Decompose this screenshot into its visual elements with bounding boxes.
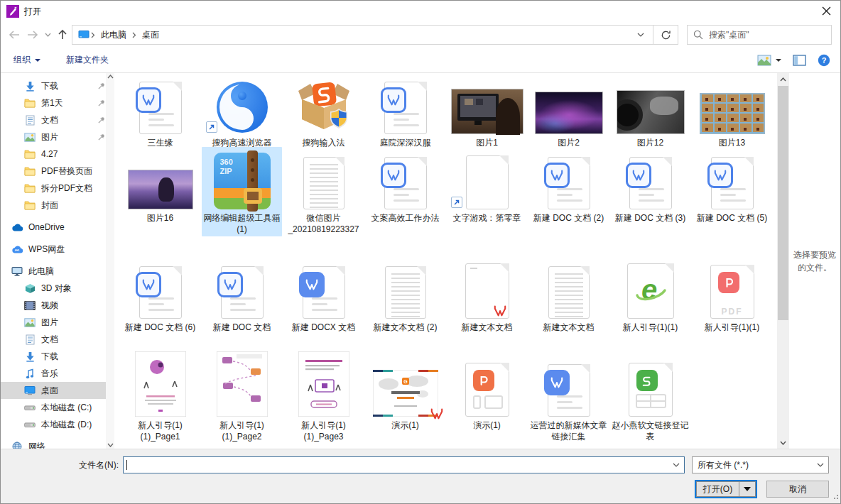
file-item[interactable]: 搜狗输入法	[283, 76, 364, 150]
sidebar-item[interactable]: 视频	[1, 297, 114, 314]
sidebar-item[interactable]: 下载	[1, 77, 114, 94]
file-item[interactable]: 新建 DOC 文档 (6)	[120, 255, 200, 334]
file-item[interactable]: 360ZIP网络编辑超级工具箱(1)	[202, 147, 282, 236]
sidebar-item[interactable]: 文档	[1, 111, 114, 128]
file-icon	[367, 256, 444, 319]
file-item[interactable]: 新建 DOCX 文档	[283, 255, 364, 334]
sidebar-item[interactable]: 拆分PDF文档	[1, 180, 114, 197]
folder-icon	[23, 200, 36, 210]
sidebar-item[interactable]: 音乐	[1, 365, 114, 382]
sidebar-item[interactable]: WPS网盘	[1, 241, 114, 258]
search-input[interactable]	[709, 30, 825, 40]
photo-sunset-icon	[128, 170, 193, 209]
filename-input[interactable]	[124, 457, 668, 473]
file-icon	[121, 353, 199, 417]
filetype-combobox[interactable]: 所有文件 (*.*)	[692, 456, 829, 473]
resize-grip[interactable]	[832, 492, 839, 502]
search-box[interactable]	[687, 25, 832, 45]
file-icon	[203, 256, 281, 319]
new-folder-button[interactable]: 新建文件夹	[66, 54, 109, 66]
sidebar-item[interactable]: 第1天	[1, 94, 114, 111]
file-item[interactable]: 新建 DOC 文档 (5)	[692, 147, 772, 225]
file-icon	[121, 148, 199, 209]
breadcrumb[interactable]: 此电脑 桌面	[72, 25, 653, 45]
file-icon	[203, 77, 281, 134]
help-button[interactable]: ?	[818, 54, 830, 67]
scrollbar-thumb[interactable]	[778, 86, 788, 320]
forward-icon[interactable]	[23, 26, 42, 44]
file-item[interactable]: 新建 DOC 文档 (2)	[528, 147, 609, 225]
recent-locations-chevron-icon[interactable]	[42, 26, 53, 44]
sidebar-item[interactable]: 本地磁盘 (C:)	[1, 399, 114, 416]
file-item[interactable]: 新人引导(1)(1)_Page2	[202, 351, 282, 444]
sidebar-item[interactable]: 网络	[1, 438, 114, 449]
sidebar-item[interactable]: 图片	[1, 314, 114, 331]
sidebar-item[interactable]: PDF替换页面	[1, 163, 114, 180]
refresh-icon[interactable]	[653, 25, 678, 45]
file-item[interactable]: 新人引导(1)(1)_Page1	[120, 351, 200, 444]
sidebar-item[interactable]: 文档	[1, 331, 114, 348]
file-item[interactable]: 图片1	[447, 76, 527, 150]
back-icon[interactable]	[5, 26, 23, 44]
open-file-dialog: 打开 此电脑 桌面	[0, 0, 841, 504]
sidebar-item[interactable]: 下载	[1, 348, 114, 365]
file-item[interactable]: 新建 DOC 文档	[202, 255, 282, 334]
file-item[interactable]: 演示(1)	[447, 351, 527, 432]
file-item[interactable]: 赵小燕软文链接登记表	[610, 351, 690, 444]
file-item[interactable]: 图片16	[120, 147, 200, 225]
sidebar-item-label: 本地磁盘 (C:)	[41, 402, 92, 414]
sidebar-item-label: 网络	[28, 441, 45, 449]
sidebar-scrollbar[interactable]	[106, 73, 114, 449]
file-item[interactable]: 三生缘	[120, 76, 200, 150]
breadcrumb-desktop[interactable]: 桌面	[138, 29, 163, 41]
file-item[interactable]: 新建文本文档	[447, 255, 527, 334]
file-item[interactable]: 庭院深深汉服	[365, 76, 445, 150]
sidebar-item[interactable]: 3D 对象	[1, 280, 114, 297]
thumbnails-view-icon	[757, 55, 771, 66]
change-view-button[interactable]	[757, 55, 781, 66]
open-options-arrow[interactable]	[739, 481, 756, 497]
file-icon	[612, 148, 689, 209]
address-dropdown-chevron-icon[interactable]	[631, 26, 650, 44]
file-item[interactable]: 运营过的新媒体文章链接汇集	[528, 351, 609, 444]
breadcrumb-this-pc[interactable]: 此电脑	[97, 29, 131, 41]
file-item[interactable]: 图片13	[692, 76, 772, 150]
sidebar-item[interactable]: 本地磁盘 (D:)	[1, 416, 114, 433]
sidebar-item[interactable]: 桌面	[1, 382, 114, 399]
file-item[interactable]: 搜狗高速浏览器	[202, 76, 282, 150]
file-item[interactable]: 文字游戏：第零章	[447, 147, 527, 225]
svg-text:?: ?	[822, 56, 827, 65]
organize-button[interactable]: 组织	[13, 54, 40, 66]
sidebar-item[interactable]: 图片	[1, 128, 114, 146]
file-item[interactable]: PDF新人引导(1)(1)	[692, 255, 772, 334]
file-item[interactable]: G演示(1)	[365, 351, 445, 432]
file-item[interactable]: 微信图片_20210819223327	[283, 147, 364, 236]
file-icon	[448, 353, 526, 417]
file-item[interactable]: 新人引导(1)(1)_Page3	[283, 351, 364, 444]
cancel-button[interactable]: 取消	[766, 481, 829, 498]
filename-dropdown-chevron-icon[interactable]	[668, 457, 684, 473]
file-item[interactable]: 图片2	[528, 76, 609, 150]
open-split-button[interactable]: 打开(O)	[695, 480, 757, 498]
sidebar-item[interactable]: 封面	[1, 197, 114, 214]
file-item[interactable]: 图片12	[610, 76, 690, 150]
up-icon[interactable]	[53, 26, 72, 44]
file-name: 微信图片_20210819223327	[286, 212, 362, 235]
sidebar-item[interactable]: 4.27	[1, 146, 114, 163]
close-icon[interactable]	[816, 2, 836, 19]
file-item[interactable]: 新建文本文档 (2)	[365, 255, 445, 334]
open-button[interactable]: 打开(O)	[696, 481, 739, 497]
file-item[interactable]: 新建 DOC 文档 (3)	[610, 147, 690, 225]
file-item[interactable]: 新建文本文档	[528, 255, 609, 334]
file-name: 图片16	[122, 212, 199, 224]
file-item[interactable]: 文案高效工作办法	[365, 147, 445, 225]
files-scrollbar[interactable]	[777, 73, 789, 449]
scroll-down-icon[interactable]	[777, 437, 789, 449]
preview-pane-button[interactable]	[793, 55, 806, 66]
sidebar-item[interactable]: OneDrive	[1, 219, 114, 236]
scroll-up-icon[interactable]	[777, 73, 789, 85]
file-item[interactable]: e新人引导(1)(1)	[610, 255, 690, 334]
filename-combobox[interactable]	[123, 456, 685, 473]
sidebar-item[interactable]: 此电脑	[1, 263, 114, 280]
drive-icon	[23, 404, 36, 412]
